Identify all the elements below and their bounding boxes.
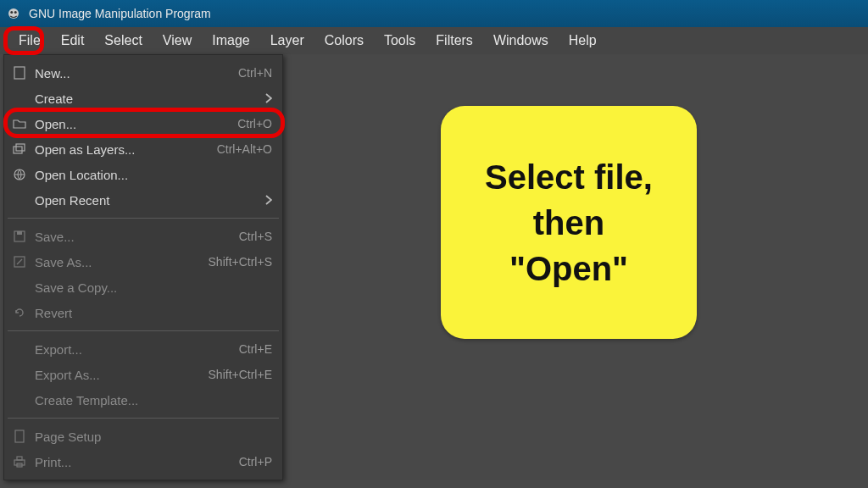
revert-icon <box>11 307 28 319</box>
menu-filters[interactable]: Filters <box>426 30 483 52</box>
file-save-copy[interactable]: Save a Copy... <box>4 274 282 300</box>
file-new-shortcut: Ctrl+N <box>238 66 272 80</box>
file-revert-label: Revert <box>35 306 272 320</box>
menu-help[interactable]: Help <box>559 30 607 52</box>
menu-file[interactable]: File <box>8 30 51 52</box>
file-open-location[interactable]: Open Location... <box>4 162 282 187</box>
file-create-label: Create <box>35 92 265 106</box>
file-print-label: Print... <box>35 455 239 469</box>
svg-rect-8 <box>17 231 22 235</box>
page-icon <box>11 430 28 443</box>
app-icon <box>5 5 22 22</box>
file-open[interactable]: Open... Ctrl+O <box>4 111 282 136</box>
svg-rect-3 <box>14 67 25 79</box>
svg-rect-12 <box>17 457 22 460</box>
file-save-as-label: Save As... <box>35 255 209 269</box>
callout-line3: "Open" <box>485 246 653 291</box>
layers-icon <box>11 143 28 155</box>
menu-edit[interactable]: Edit <box>51 30 95 52</box>
file-open-layers-shortcut: Ctrl+Alt+O <box>217 142 272 156</box>
chevron-right-icon <box>265 195 272 205</box>
menu-colors[interactable]: Colors <box>314 30 374 52</box>
menu-tools[interactable]: Tools <box>374 30 426 52</box>
file-dropdown: New... Ctrl+N Create Open... Ctrl+O Open… <box>3 54 283 480</box>
file-save-copy-label: Save a Copy... <box>35 280 272 295</box>
file-save-shortcut: Ctrl+S <box>239 230 272 243</box>
file-print[interactable]: Print... Ctrl+P <box>4 449 282 474</box>
callout-line2: then <box>485 200 653 246</box>
chevron-right-icon <box>265 93 272 103</box>
file-open-layers-label: Open as Layers... <box>35 142 217 157</box>
file-create-template[interactable]: Create Template... <box>4 387 282 413</box>
separator <box>8 418 279 419</box>
menu-layer[interactable]: Layer <box>260 30 314 52</box>
file-save[interactable]: Save... Ctrl+S <box>4 224 282 249</box>
svg-rect-5 <box>16 144 25 151</box>
file-print-shortcut: Ctrl+P <box>239 455 272 469</box>
file-page-setup[interactable]: Page Setup <box>4 424 282 449</box>
file-open-recent[interactable]: Open Recent <box>4 187 282 213</box>
file-open-label: Open... <box>35 117 237 131</box>
file-save-as-shortcut: Shift+Ctrl+S <box>209 255 272 269</box>
file-export-as-shortcut: Shift+Ctrl+E <box>209 368 272 381</box>
menu-view[interactable]: View <box>153 30 202 52</box>
file-create-template-label: Create Template... <box>35 393 272 408</box>
svg-rect-4 <box>14 147 22 153</box>
separator <box>8 218 279 219</box>
print-icon <box>11 456 28 468</box>
menu-bar: File Edit Select View Image Layer Colors… <box>0 27 868 54</box>
window-title: GNU Image Manipulation Program <box>29 7 211 20</box>
file-revert[interactable]: Revert <box>4 300 282 325</box>
file-open-recent-label: Open Recent <box>35 193 265 208</box>
svg-rect-11 <box>14 460 25 465</box>
file-export[interactable]: Export... Ctrl+E <box>4 336 282 362</box>
file-new[interactable]: New... Ctrl+N <box>4 60 282 86</box>
menu-image[interactable]: Image <box>202 30 259 52</box>
folder-open-icon <box>11 118 28 130</box>
file-page-setup-label: Page Setup <box>35 430 272 444</box>
file-export-shortcut: Ctrl+E <box>239 342 272 356</box>
file-open-shortcut: Ctrl+O <box>237 117 272 130</box>
file-export-as[interactable]: Export As... Shift+Ctrl+E <box>4 362 282 387</box>
file-export-as-label: Export As... <box>35 368 209 382</box>
menu-select[interactable]: Select <box>94 30 152 52</box>
svg-rect-10 <box>15 430 24 442</box>
save-as-icon <box>11 256 28 268</box>
menu-windows[interactable]: Windows <box>483 30 559 52</box>
title-bar: GNU Image Manipulation Program <box>0 0 868 27</box>
save-icon <box>11 230 28 242</box>
svg-point-2 <box>14 11 17 14</box>
file-save-as[interactable]: Save As... Shift+Ctrl+S <box>4 249 282 274</box>
file-create[interactable]: Create <box>4 86 282 111</box>
separator <box>8 330 279 331</box>
file-export-label: Export... <box>35 342 239 357</box>
file-open-layers[interactable]: Open as Layers... Ctrl+Alt+O <box>4 136 282 162</box>
file-save-label: Save... <box>35 230 239 244</box>
file-new-label: New... <box>35 66 238 80</box>
document-icon <box>11 66 28 80</box>
callout-line1: Select file, <box>485 154 653 200</box>
annotation-callout: Select file, then "Open" <box>441 106 697 339</box>
file-open-location-label: Open Location... <box>35 168 272 182</box>
svg-point-1 <box>10 11 13 14</box>
globe-icon <box>11 168 28 181</box>
